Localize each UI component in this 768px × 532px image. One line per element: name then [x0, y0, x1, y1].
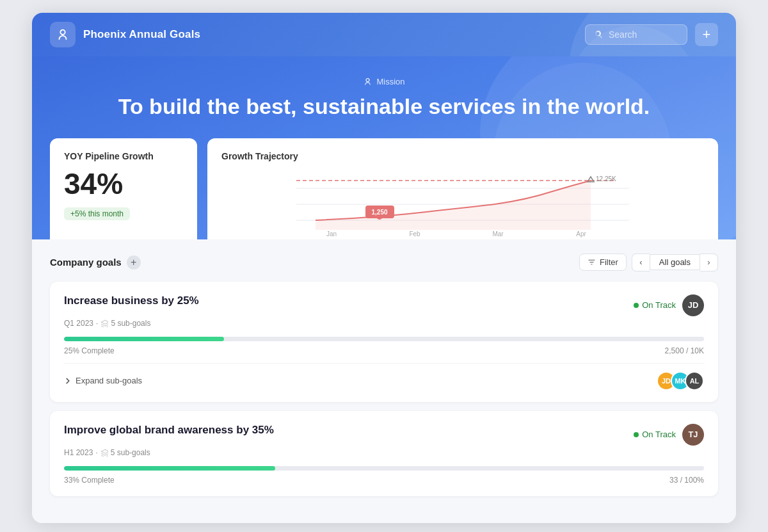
pipeline-value: 34%	[64, 169, 183, 198]
expand-sub-goals-button[interactable]: Expand sub-goals	[64, 376, 142, 385]
app-logo	[50, 22, 76, 47]
tab-prev-button[interactable]: ‹	[632, 254, 650, 271]
goal-1-header: Increase business by 25% On Track JD	[64, 294, 704, 316]
goals-toolbar-right: Filter ‹ All goals ›	[579, 254, 718, 271]
goal-2-progress-bg	[64, 466, 704, 471]
goal-2-complete-label: 33% Complete	[64, 476, 115, 485]
goal-1-footer: 25% Complete 2,500 / 10K	[64, 346, 704, 355]
goal-2-sub-goals: 5 sub-goals	[111, 448, 150, 457]
search-input[interactable]	[609, 29, 678, 40]
goal-2-status-area: On Track TJ	[634, 424, 704, 446]
svg-text:Feb: Feb	[409, 230, 420, 238]
expand-label: Expand sub-goals	[76, 376, 142, 385]
app-header: Phoenix Annual Goals +	[32, 13, 736, 56]
growth-chart: 1,250 12.25K Jan Feb Mar Apr	[221, 169, 704, 239]
mission-text: Mission	[376, 77, 404, 86]
app-title: Phoenix Annual Goals	[83, 28, 200, 41]
logo-icon	[56, 28, 70, 42]
mission-icon	[363, 77, 372, 86]
filter-button[interactable]: Filter	[579, 254, 627, 271]
svg-marker-15	[102, 320, 109, 324]
goals-toolbar: Company goals + Filter ‹ All goals ›	[50, 254, 718, 271]
goal-2-title: Improve global brand awareness by 35%	[64, 424, 274, 437]
all-goals-tab[interactable]: All goals	[650, 254, 700, 270]
goal-card-2: Improve global brand awareness by 35% On…	[50, 411, 718, 496]
goal-1-avatar: JD	[682, 294, 704, 316]
add-goal-button[interactable]: +	[127, 255, 141, 270]
goal-1-status-label: On Track	[642, 300, 676, 310]
team-avatar-3: AL	[685, 371, 704, 391]
app-container: Phoenix Annual Goals + Mission To build …	[32, 13, 736, 523]
goal-1-meta: Q1 2023 · 5 sub-goals	[64, 319, 704, 328]
svg-text:Mar: Mar	[492, 230, 504, 238]
goal-1-progress-bg	[64, 337, 704, 341]
goal-2-status-dot	[634, 432, 639, 437]
svg-text:Jan: Jan	[326, 230, 337, 238]
svg-marker-16	[101, 449, 108, 453]
goal-2-avatar: TJ	[682, 424, 704, 446]
filter-icon	[588, 258, 596, 266]
goal-1-sub-goals: 5 sub-goals	[111, 319, 150, 328]
goal-1-status-area: On Track JD	[634, 294, 704, 316]
svg-text:Apr: Apr	[576, 230, 586, 238]
goal-1-separator: ·	[96, 319, 98, 328]
summary-cards: YOY Pipeline Growth 34% +5% this month G…	[50, 138, 718, 239]
hero-section: Mission To build the best, sustainable s…	[32, 56, 736, 239]
header-left: Phoenix Annual Goals	[50, 22, 200, 47]
goal-2-avatar-initials: TJ	[688, 430, 698, 439]
goal-2-separator: ·	[95, 448, 97, 457]
goal-1-progress-value: 2,500 / 10K	[665, 346, 704, 355]
svg-point-0	[60, 30, 65, 35]
goal-1-sub-icon	[100, 319, 108, 327]
goal-2-footer: 33% Complete 33 / 100%	[64, 476, 704, 485]
filter-label: Filter	[600, 257, 618, 267]
pipeline-card: YOY Pipeline Growth 34% +5% this month	[50, 138, 197, 239]
goal-2-progress-value: 33 / 100%	[669, 476, 704, 485]
goal-1-quarter: Q1 2023	[64, 319, 93, 328]
pipeline-badge: +5% this month	[64, 207, 130, 220]
trajectory-title: Growth Trajectory	[221, 151, 704, 161]
goal-1-complete-label: 25% Complete	[64, 346, 115, 355]
goal-2-meta: H1 2023 · 5 sub-goals	[64, 448, 704, 457]
goal-card-1: Increase business by 25% On Track JD Q1 …	[50, 282, 718, 402]
trajectory-card: Growth Trajectory	[207, 138, 718, 239]
svg-text:12.25K: 12.25K	[596, 175, 616, 182]
chevron-right-icon	[64, 377, 72, 385]
goal-1-status-dot	[634, 303, 639, 308]
goal-1-expand-row: Expand sub-goals JD MK AL	[64, 363, 704, 391]
tab-navigation: ‹ All goals ›	[632, 254, 718, 271]
svg-text:1,250: 1,250	[371, 209, 387, 216]
main-content: Company goals + Filter ‹ All goals ›	[32, 239, 736, 523]
goal-2-progress-fill	[64, 466, 275, 471]
header-right: +	[585, 23, 718, 46]
tab-next-button[interactable]: ›	[700, 254, 718, 271]
goals-toolbar-left: Company goals +	[50, 255, 141, 270]
goal-1-avatar-initials: JD	[688, 300, 699, 310]
mission-label-row: Mission	[50, 77, 718, 86]
pipeline-card-title: YOY Pipeline Growth	[64, 151, 183, 161]
hero-heading: To build the best, sustainable services …	[50, 93, 718, 120]
goal-1-title: Increase business by 25%	[64, 294, 199, 307]
goal-2-quarter: H1 2023	[64, 448, 93, 457]
add-button[interactable]: +	[695, 23, 718, 46]
trajectory-chart-svg: 1,250 12.25K Jan Feb Mar Apr	[221, 169, 704, 239]
goal-2-sub-icon	[100, 449, 108, 456]
search-box[interactable]	[585, 24, 687, 45]
goal-1-team-avatars: JD MK AL	[657, 371, 704, 391]
goal-2-header: Improve global brand awareness by 35% On…	[64, 424, 704, 446]
goals-section-label: Company goals	[50, 257, 122, 268]
goal-2-status-label: On Track	[642, 430, 676, 439]
goal-2-status-badge: On Track	[634, 430, 676, 439]
svg-point-1	[366, 79, 369, 82]
goal-1-progress-fill	[64, 337, 224, 341]
search-icon	[595, 30, 604, 39]
goal-1-status-badge: On Track	[634, 300, 676, 310]
